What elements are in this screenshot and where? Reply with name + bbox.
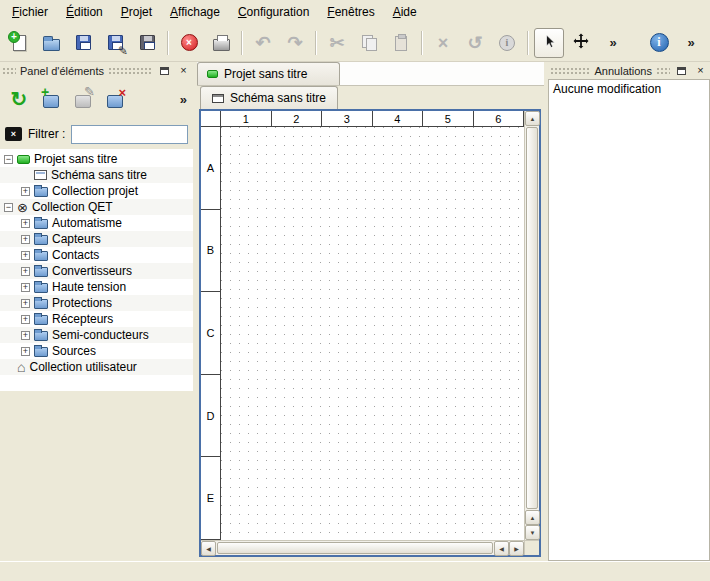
new-file-button[interactable]: + bbox=[4, 28, 34, 58]
horizontal-scroll-thumb[interactable] bbox=[217, 542, 493, 554]
delete-icon: × bbox=[438, 34, 449, 52]
diagram-tab-bar: Schéma sans titre bbox=[197, 86, 544, 109]
diagram-view: 1 2 3 4 5 6 A B C D E bbox=[199, 109, 541, 557]
tree-item-label: Projet sans titre bbox=[34, 152, 117, 166]
paste-button[interactable] bbox=[386, 28, 416, 58]
about-button[interactable]: i bbox=[644, 28, 674, 58]
expander-closed-icon[interactable]: + bbox=[21, 331, 30, 340]
menu-fichier[interactable]: Fichier bbox=[3, 1, 57, 23]
dock-close-button[interactable]: × bbox=[176, 64, 191, 78]
dock-float-button[interactable] bbox=[157, 64, 172, 78]
menu-projet[interactable]: Projet bbox=[112, 1, 161, 23]
tree-item-capteurs[interactable]: + Capteurs bbox=[0, 231, 193, 247]
tree-item-sources[interactable]: + Sources bbox=[0, 343, 193, 359]
scroll-down-button[interactable]: ▼ bbox=[525, 525, 540, 540]
vertical-scroll-thumb[interactable] bbox=[526, 127, 538, 509]
row-headers: A B C D E bbox=[201, 127, 221, 540]
dock-filler bbox=[0, 391, 193, 561]
menu-configuration[interactable]: Configuration bbox=[229, 1, 318, 23]
print-button[interactable] bbox=[206, 28, 236, 58]
horizontal-scrollbar[interactable]: ◀ ◀ ▶ bbox=[201, 540, 524, 555]
expander-closed-icon[interactable]: + bbox=[21, 299, 30, 308]
tree-item-recepteurs[interactable]: + Récepteurs bbox=[0, 311, 193, 327]
expander-closed-icon[interactable]: + bbox=[21, 315, 30, 324]
save-as-button[interactable]: ✎ bbox=[100, 28, 130, 58]
select-tool-button[interactable] bbox=[534, 28, 564, 58]
expander-open-icon[interactable]: − bbox=[4, 155, 13, 164]
save-button[interactable] bbox=[68, 28, 98, 58]
save-all-button[interactable] bbox=[132, 28, 162, 58]
element-info-button[interactable]: i bbox=[492, 28, 522, 58]
expander-closed-icon[interactable]: + bbox=[21, 347, 30, 356]
expander-closed-icon[interactable]: + bbox=[21, 235, 30, 244]
tree-item-protections[interactable]: + Protections bbox=[0, 295, 193, 311]
elements-tree[interactable]: − Projet sans titre Schéma sans titre + … bbox=[0, 149, 193, 391]
column-header: 1 bbox=[221, 111, 272, 126]
rotate-button[interactable]: ↺ bbox=[460, 28, 490, 58]
tab-schema-sans-titre[interactable]: Schéma sans titre bbox=[200, 86, 338, 109]
expander-closed-icon[interactable]: + bbox=[21, 283, 30, 292]
new-element-button[interactable]: + bbox=[38, 86, 64, 112]
folder-icon bbox=[34, 187, 48, 197]
filter-input[interactable] bbox=[71, 125, 188, 144]
menu-aide[interactable]: Aide bbox=[384, 1, 426, 23]
menu-fenetres[interactable]: Fenêtres bbox=[318, 1, 383, 23]
menu-affichage[interactable]: Affichage bbox=[161, 1, 229, 23]
tree-item-label: Semi-conducteurs bbox=[52, 328, 149, 342]
redo-button[interactable]: ↷ bbox=[280, 28, 310, 58]
column-header: 2 bbox=[272, 111, 323, 126]
tree-item-label: Collection utilisateur bbox=[29, 360, 136, 374]
expander-open-icon[interactable]: − bbox=[4, 203, 13, 212]
elements-panel-titlebar[interactable]: Panel d'éléments × bbox=[0, 62, 193, 79]
clear-filter-icon[interactable]: × bbox=[5, 127, 22, 141]
copy-button[interactable] bbox=[354, 28, 384, 58]
panel-overflow-button[interactable]: » bbox=[180, 92, 187, 107]
delete-element-button[interactable]: × bbox=[102, 86, 128, 112]
redo-icon: ↷ bbox=[287, 34, 302, 52]
toolbar-separator bbox=[241, 31, 243, 55]
rotate-icon: ↺ bbox=[467, 34, 482, 52]
undo-button[interactable]: ↶ bbox=[248, 28, 278, 58]
vertical-scrollbar[interactable]: ▲ ▲ ▼ bbox=[524, 111, 539, 540]
scroll-left-button[interactable]: ◀ bbox=[201, 541, 216, 556]
dock-float-button[interactable] bbox=[674, 64, 689, 78]
scroll-left-button[interactable]: ◀ bbox=[494, 541, 509, 556]
tree-item-label: Collection projet bbox=[52, 184, 138, 198]
tree-item-collection-qet[interactable]: − ⊗ Collection QET bbox=[0, 199, 193, 215]
tree-item-contacts[interactable]: + Contacts bbox=[0, 247, 193, 263]
expander-closed-icon[interactable]: + bbox=[21, 187, 30, 196]
expander-closed-icon[interactable]: + bbox=[21, 267, 30, 276]
expander-closed-icon[interactable]: + bbox=[21, 251, 30, 260]
delete-button[interactable]: × bbox=[428, 28, 458, 58]
open-file-button[interactable] bbox=[36, 28, 66, 58]
toolbar-overflow-button[interactable]: » bbox=[598, 28, 628, 58]
edit-element-button[interactable]: ✎ bbox=[70, 86, 96, 112]
tree-item-convertisseurs[interactable]: + Convertisseurs bbox=[0, 263, 193, 279]
help-overflow-button[interactable]: » bbox=[676, 28, 706, 58]
dock-close-button[interactable]: × bbox=[693, 64, 708, 78]
undo-list[interactable]: Aucune modification bbox=[548, 79, 710, 561]
help-toolbar: i » bbox=[644, 28, 706, 58]
reload-collections-button[interactable]: ↻ bbox=[6, 86, 32, 112]
undo-dock-titlebar[interactable]: Annulations × bbox=[548, 62, 710, 79]
plus-badge-icon: + bbox=[8, 31, 20, 43]
expander-closed-icon[interactable]: + bbox=[21, 219, 30, 228]
tree-item-haute-tension[interactable]: + Haute tension bbox=[0, 279, 193, 295]
tab-projet-sans-titre[interactable]: Projet sans titre bbox=[197, 62, 340, 85]
scroll-right-button[interactable]: ▶ bbox=[509, 541, 524, 556]
tree-item-projet-sans-titre[interactable]: − Projet sans titre bbox=[0, 151, 193, 167]
print-icon bbox=[213, 39, 230, 51]
tree-item-collection-projet[interactable]: + Collection projet bbox=[0, 183, 193, 199]
dock-grip bbox=[550, 67, 591, 75]
scroll-up-button[interactable]: ▲ bbox=[525, 111, 540, 126]
tree-item-collection-utilisateur[interactable]: ⌂ Collection utilisateur bbox=[0, 359, 193, 375]
tree-item-schema-sans-titre[interactable]: Schéma sans titre bbox=[0, 167, 193, 183]
cut-button[interactable]: ✂ bbox=[322, 28, 352, 58]
scroll-up-button[interactable]: ▲ bbox=[525, 510, 540, 525]
menu-edition[interactable]: Édition bbox=[57, 1, 112, 23]
tree-item-automatisme[interactable]: + Automatisme bbox=[0, 215, 193, 231]
close-file-button[interactable]: × bbox=[174, 28, 204, 58]
diagram-canvas[interactable] bbox=[221, 127, 524, 540]
tree-item-semi-conducteurs[interactable]: + Semi-conducteurs bbox=[0, 327, 193, 343]
move-tool-button[interactable] bbox=[566, 28, 596, 58]
